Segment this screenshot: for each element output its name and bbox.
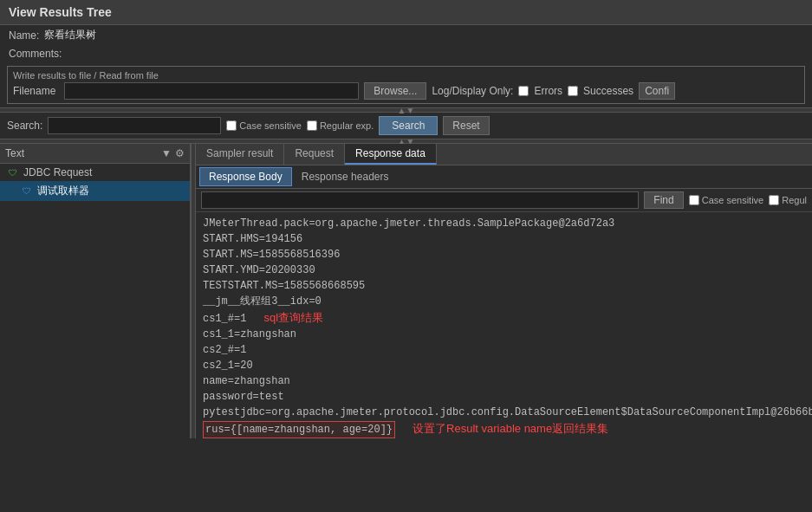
filename-row: Filename Browse... Log/Display Only: Err… [13,82,799,100]
reset-button[interactable]: Reset [443,116,489,135]
right-panel: Sampler result Request Response data Res… [196,144,812,438]
filename-label: Filename [13,85,55,97]
jdbc-request-label: JDBC Request [23,166,92,178]
result-annotation: 设置了Result variable name返回结果集 [412,422,608,435]
write-section: Write results to file / Read from file F… [7,66,805,104]
content-line: cs2_1=20 [203,358,805,373]
case-sensitive-checkbox-label: Case sensitive [226,120,302,131]
case-sensitive-checkbox[interactable] [226,120,237,131]
content-line: password=test [203,389,805,405]
content-line: START.YMD=20200330 [203,262,805,278]
case-sensitive-label: Case sensitive [239,120,302,131]
errors-checkbox[interactable] [518,86,529,96]
shield-blue-icon: 🛡 [21,185,33,198]
successes-checkbox[interactable] [568,86,578,96]
comments-row: Comments: [0,45,812,62]
content-line: START.HMS=194156 [203,231,805,247]
main-content: Text ▼ ⚙ 🛡 JDBC Request 🛡 调试取样器 Sampler … [0,144,812,438]
left-panel-header: Text ▼ ⚙ [0,144,190,164]
sub-tabs-row: Response Body Response headers [196,165,812,189]
sub-tab-response-body[interactable]: Response Body [199,167,292,186]
content-line: JMeterThread.pack=org.apache.jmeter.thre… [203,216,805,231]
tab-sampler-result[interactable]: Sampler result [196,144,284,165]
sub-tab-response-headers[interactable]: Response headers [292,167,399,186]
errors-label: Errors [534,85,562,97]
search-row: Search: Case sensitive Regular exp. Sear… [0,113,812,139]
content-line: START.MS=1585568516396 [203,247,805,262]
browse-button[interactable]: Browse... [364,82,426,100]
text-panel-label: Text [5,147,158,159]
write-section-label: Write results to file / Read from file [13,70,799,81]
title-bar: View Results Tree [0,0,812,25]
log-display-row: Log/Display Only: Errors Successes Confi [432,82,675,100]
content-area[interactable]: JMeterThread.pack=org.apache.jmeter.thre… [196,212,812,438]
tab-request[interactable]: Request [284,144,345,165]
find-button[interactable]: Find [644,191,683,209]
search-label: Search: [7,120,42,132]
name-row: Name: 察看结果树 [0,25,812,45]
tab-response-data[interactable]: Response data [345,144,437,165]
find-regul-label: Regul [769,195,807,205]
filter-icon[interactable]: ⚙ [175,147,185,159]
name-label: Name: [9,29,39,42]
regular-exp-checkbox-label: Regular exp. [307,120,374,131]
log-display-label: Log/Display Only: [432,85,513,97]
find-regul-text: Regul [782,195,807,205]
successes-label: Successes [583,85,633,97]
content-line: name=zhangshan [203,373,805,389]
find-case-sensitive-label: Case sensitive [689,195,764,205]
content-line: TESTSTART.MS=1585568668595 [203,278,805,294]
content-line: cs1_#=1sql查询结果 [203,309,805,327]
highlight-rus: rus={[name=zhangshan, age=20]} [203,421,395,438]
filename-input[interactable] [64,82,359,100]
tree-item-sampler[interactable]: 🛡 调试取样器 [0,181,190,201]
content-line: pytestjdbc=org.apache.jmeter.protocol.jd… [203,405,805,420]
content-line: cs1_1=zhangshan [203,327,805,342]
config-button[interactable]: Confi [639,82,675,100]
find-row: Find Case sensitive Regul [196,189,812,212]
shield-green-icon: 🛡 [7,166,19,178]
regular-exp-label: Regular exp. [320,120,374,131]
find-regul-checkbox[interactable] [769,195,779,205]
content-line: __jm__线程组3__idx=0 [203,294,805,309]
regular-exp-checkbox[interactable] [307,120,317,131]
sort-icon[interactable]: ▼ [161,147,172,159]
find-case-sensitive-checkbox[interactable] [689,195,699,205]
find-input[interactable] [201,191,639,209]
left-panel: Text ▼ ⚙ 🛡 JDBC Request 🛡 调试取样器 [0,144,191,438]
search-button[interactable]: Search [379,116,438,135]
content-line: cs2_#=1 [203,342,805,358]
content-line: rus={[name=zhangshan, age=20]}设置了Result … [203,420,805,438]
sql-annotation: sql查询结果 [263,311,323,324]
tree-item-jdbc[interactable]: 🛡 JDBC Request [0,164,190,181]
tabs-row: Sampler result Request Response data [196,144,812,165]
sampler-label: 调试取样器 [37,184,89,198]
search-input[interactable] [48,117,221,134]
comments-label: Comments: [9,48,62,60]
find-case-sensitive-text: Case sensitive [702,195,764,205]
name-value: 察看结果树 [44,28,96,42]
